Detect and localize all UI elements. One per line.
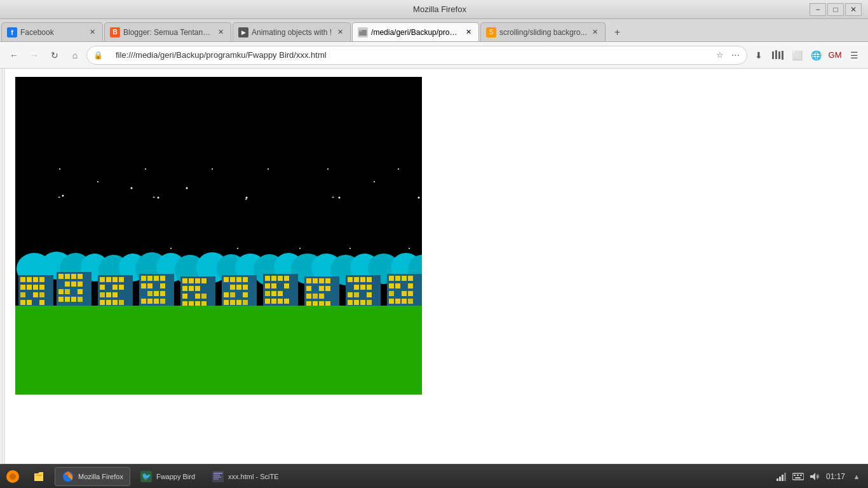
library-button[interactable]: [769, 46, 787, 64]
svg-rect-119: [160, 299, 165, 304]
svg-rect-116: [141, 299, 146, 304]
svg-rect-53: [20, 277, 25, 282]
svg-rect-157: [278, 276, 283, 281]
tab-local-label: /media/geri/Backup/progra...: [371, 28, 460, 37]
svg-rect-57: [20, 285, 25, 290]
minimize-button[interactable]: −: [810, 3, 826, 16]
svg-rect-224: [36, 475, 42, 476]
taskbar-firefox-label: Mozilla Firefox: [78, 467, 123, 486]
forward-button[interactable]: →: [25, 46, 43, 64]
svg-rect-88: [106, 277, 111, 282]
svg-rect-159: [265, 283, 270, 288]
taskbar-fwappy-button[interactable]: 🐦 Fwappy Bird: [133, 467, 202, 486]
taskbar-scite-button[interactable]: xxx.html - SciTE: [205, 467, 285, 486]
taskbar-scite-label: xxx.html - SciTE: [228, 473, 278, 480]
new-tab-button[interactable]: +: [608, 24, 626, 41]
synced-tabs-button[interactable]: ⬜: [788, 46, 806, 64]
global-button[interactable]: 🌐: [807, 46, 825, 64]
svg-rect-149: [243, 292, 248, 297]
svg-rect-170: [284, 299, 289, 304]
svg-rect-98: [119, 292, 124, 297]
svg-rect-220: [402, 299, 407, 304]
window-title: Mozilla Firefox: [70, 4, 810, 14]
greasemonkey-button[interactable]: GM: [826, 46, 844, 64]
svg-rect-117: [147, 299, 153, 304]
svg-rect-79: [65, 289, 70, 294]
svg-rect-160: [271, 283, 276, 288]
svg-rect-167: [265, 299, 270, 304]
svg-rect-110: [154, 283, 159, 288]
svg-rect-99: [100, 300, 105, 305]
svg-rect-229: [214, 473, 222, 474]
volume-icon[interactable]: [808, 470, 821, 483]
svg-rect-73: [78, 274, 83, 279]
scite-icon: [212, 470, 224, 483]
svg-rect-177: [313, 286, 318, 291]
svg-rect-204: [367, 300, 372, 305]
svg-rect-237: [792, 473, 804, 480]
svg-rect-129: [182, 294, 187, 299]
svg-rect-66: [27, 300, 32, 305]
svg-rect-239: [797, 475, 799, 476]
menu-button[interactable]: ☰: [845, 46, 863, 64]
tab-facebook-close[interactable]: ✕: [87, 27, 97, 37]
tab-scrolling-close[interactable]: ✕: [590, 27, 600, 37]
tab-blogger-close[interactable]: ✕: [215, 27, 226, 37]
tab-local[interactable]: /media/geri/Backup/progra... ✕: [352, 22, 479, 41]
taskbar-start-button[interactable]: [3, 467, 23, 486]
svg-rect-198: [354, 292, 359, 297]
notification-area[interactable]: ▲: [850, 470, 863, 483]
svg-rect-219: [395, 299, 400, 304]
address-bar[interactable]: 🔒 file:///media/geri/Backup/programku/Fw…: [86, 46, 747, 65]
home-button[interactable]: ⌂: [66, 46, 84, 64]
svg-rect-202: [354, 300, 359, 305]
taskbar-files-button[interactable]: [25, 467, 52, 486]
svg-rect-138: [224, 277, 229, 282]
svg-rect-192: [367, 277, 372, 282]
svg-rect-210: [389, 283, 394, 288]
svg-rect-217: [408, 291, 413, 296]
downloads-button[interactable]: ⬇: [750, 46, 768, 64]
tab-facebook[interactable]: f Facebook ✕: [1, 22, 103, 41]
reload-button[interactable]: ↻: [46, 46, 64, 64]
svg-rect-95: [100, 292, 105, 297]
svg-rect-233: [776, 478, 778, 481]
svg-rect-221: [408, 299, 413, 304]
clock-time: 01:17: [826, 472, 845, 481]
title-bar: Mozilla Firefox − □ ✕: [0, 0, 868, 19]
svg-rect-5: [782, 51, 783, 60]
svg-rect-209: [408, 276, 413, 281]
network-icon[interactable]: [775, 470, 788, 483]
svg-rect-87: [100, 277, 105, 282]
svg-rect-60: [39, 285, 44, 290]
tab-scrolling[interactable]: S scrolling/sliding backgro... ✕: [480, 22, 606, 41]
svg-rect-195: [360, 285, 365, 290]
svg-rect-241: [795, 477, 801, 478]
svg-rect-165: [278, 291, 283, 296]
svg-rect-78: [58, 289, 64, 294]
game-canvas: + + + + +: [15, 77, 422, 395]
maximize-button[interactable]: □: [827, 3, 844, 16]
svg-rect-200: [367, 292, 372, 297]
tab-animating-close[interactable]: ✕: [335, 27, 345, 37]
svg-rect-114: [154, 291, 159, 296]
keyboard-icon[interactable]: [792, 470, 804, 483]
tab-blogger[interactable]: B Blogger: Semua Tentang... ✕: [104, 22, 231, 41]
svg-rect-175: [325, 278, 330, 283]
svg-rect-144: [236, 285, 241, 290]
svg-rect-213: [408, 283, 413, 288]
tab-animating[interactable]: ▶ Animating objects with ! ✕: [233, 22, 351, 41]
bookmark-star-icon[interactable]: ☆: [714, 49, 726, 62]
svg-rect-58: [27, 285, 32, 290]
tab-local-close[interactable]: ✕: [463, 27, 473, 37]
svg-rect-183: [325, 294, 330, 299]
taskbar-firefox-button[interactable]: Mozilla Firefox: [55, 467, 130, 486]
svg-rect-3: [775, 50, 777, 59]
tab-facebook-label: Facebook: [20, 28, 84, 37]
svg-rect-124: [201, 278, 207, 283]
more-icon[interactable]: ⋯: [729, 49, 742, 62]
close-button[interactable]: ✕: [845, 3, 862, 16]
svg-rect-1: [359, 30, 362, 32]
back-button[interactable]: ←: [5, 46, 23, 64]
blogger-favicon: B: [110, 27, 120, 37]
